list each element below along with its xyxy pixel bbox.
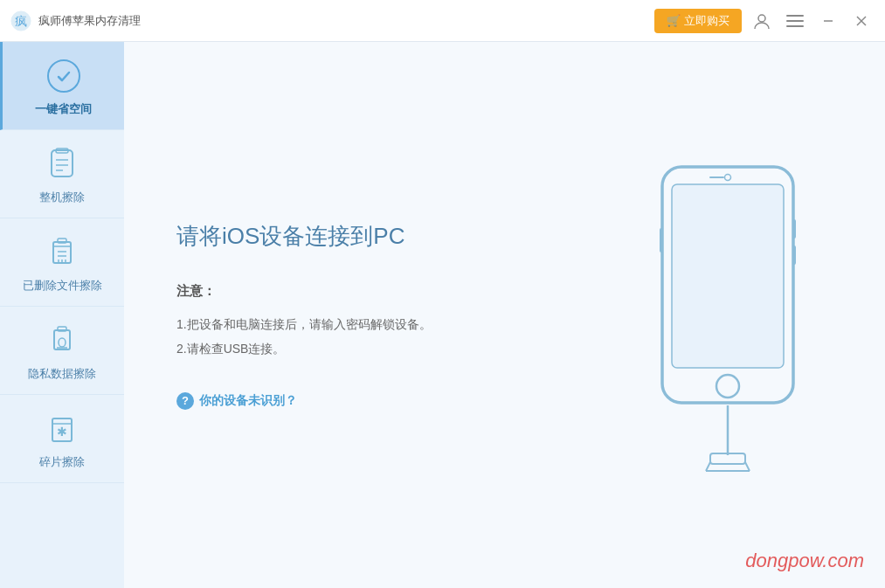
- user-button[interactable]: [749, 8, 775, 34]
- phone-svg: [640, 158, 815, 473]
- svg-point-9: [48, 60, 80, 92]
- space-icon: [45, 58, 82, 94]
- sidebar-item-fragment[interactable]: ✱ 碎片擦除: [0, 395, 124, 483]
- svg-text:✱: ✱: [57, 425, 67, 439]
- titlebar: 疯 疯师傅苹果内存清理 🛒 立即购买: [0, 0, 885, 42]
- svg-rect-5: [786, 25, 804, 27]
- svg-rect-31: [672, 184, 784, 368]
- app-logo: 疯: [10, 10, 31, 31]
- sidebar-item-wipe[interactable]: 整机擦除: [0, 130, 124, 218]
- fragment-icon: ✱: [44, 411, 80, 447]
- svg-rect-36: [792, 219, 796, 239]
- notice-label: 注意：: [176, 283, 588, 300]
- sidebar-item-label-space: 一键省空间: [35, 101, 92, 117]
- phone-illustration: [623, 158, 833, 473]
- content-area: 请将iOS设备连接到PC 注意： 1.把设备和电脑连接后，请输入密码解锁设备。 …: [124, 42, 885, 588]
- sidebar: 一键省空间 整机擦除: [0, 42, 124, 588]
- minimize-button[interactable]: [815, 8, 841, 34]
- close-button[interactable]: [848, 8, 875, 34]
- sidebar-item-label-deleted: 已删除文件擦除: [23, 278, 102, 294]
- svg-rect-35: [660, 228, 663, 252]
- svg-text:疯: 疯: [15, 14, 27, 28]
- buy-button[interactable]: 🛒 立即购买: [654, 9, 742, 33]
- device-unrecognized-link[interactable]: ? 你的设备未识别？: [176, 392, 588, 410]
- sidebar-item-label-privacy: 隐私数据擦除: [28, 366, 96, 382]
- notice-item-1: 1.把设备和电脑连接后，请输入密码解锁设备。: [176, 312, 588, 336]
- svg-rect-17: [58, 239, 66, 243]
- svg-rect-4: [786, 20, 804, 22]
- svg-line-40: [706, 462, 710, 471]
- privacy-icon: [44, 322, 80, 359]
- titlebar-controls: 🛒 立即购买: [654, 8, 875, 34]
- svg-rect-37: [792, 246, 796, 265]
- unrecognized-text: 你的设备未识别？: [199, 393, 297, 409]
- question-icon: ?: [176, 392, 194, 410]
- app-body: 一键省空间 整机擦除: [0, 42, 885, 588]
- sidebar-item-label-fragment: 碎片擦除: [39, 454, 85, 470]
- sidebar-item-deleted[interactable]: 已删除文件擦除: [0, 218, 124, 307]
- svg-point-2: [758, 15, 765, 22]
- svg-point-25: [59, 338, 66, 347]
- svg-point-32: [725, 174, 731, 180]
- svg-point-34: [716, 375, 739, 398]
- svg-line-41: [745, 462, 750, 471]
- svg-rect-24: [58, 327, 66, 331]
- app-title: 疯师傅苹果内存清理: [38, 13, 654, 29]
- svg-rect-3: [786, 15, 804, 17]
- sidebar-item-privacy[interactable]: 隐私数据擦除: [0, 307, 124, 395]
- wipe-icon: [44, 146, 80, 183]
- content-left: 请将iOS设备连接到PC 注意： 1.把设备和电脑连接后，请输入密码解锁设备。 …: [176, 221, 623, 410]
- svg-rect-10: [52, 150, 73, 176]
- sidebar-item-space[interactable]: 一键省空间: [0, 42, 124, 130]
- sidebar-item-label-wipe: 整机擦除: [39, 190, 85, 205]
- connect-title: 请将iOS设备连接到PC: [176, 221, 588, 252]
- menu-button[interactable]: [782, 8, 808, 34]
- cart-icon: 🛒: [667, 14, 681, 27]
- deleted-icon: [44, 234, 80, 271]
- notice-item-2: 2.请检查USB连接。: [176, 336, 588, 361]
- watermark: dongpow.com: [745, 550, 864, 572]
